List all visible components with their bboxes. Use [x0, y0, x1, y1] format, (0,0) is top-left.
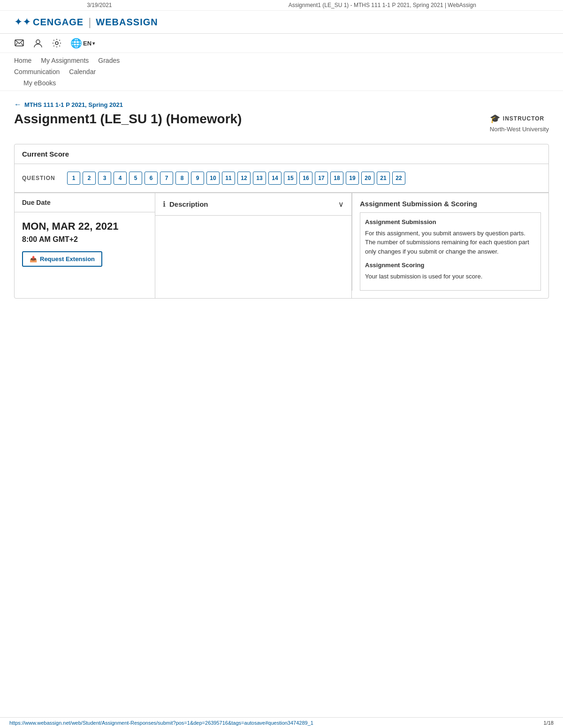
scoring-body: Assignment Submission For this assignmen… [360, 212, 541, 291]
question-number-4[interactable]: 4 [114, 172, 127, 185]
question-number-14[interactable]: 14 [268, 172, 282, 185]
question-number-18[interactable]: 18 [330, 172, 343, 185]
question-number-12[interactable]: 12 [237, 172, 251, 185]
due-date-day: MON, MAR 22, 2021 [22, 220, 147, 233]
request-ext-icon: 📤 [30, 255, 37, 263]
description-section[interactable]: ℹ Description ∨ [155, 193, 351, 216]
main-content: ← MTHS 111 1-1 P 2021, Spring 2021 Assig… [0, 91, 563, 308]
header: ✦✦ CENGAGE | WEBASSIGN [0, 11, 563, 34]
scoring-column: Assignment Submission & Scoring Assignme… [352, 193, 548, 298]
nav-communication[interactable]: Communication [14, 68, 60, 75]
user-icon[interactable] [33, 38, 43, 48]
question-number-2[interactable]: 2 [83, 172, 96, 185]
question-number-13[interactable]: 13 [253, 172, 266, 185]
question-number-19[interactable]: 19 [346, 172, 359, 185]
description-label: Description [169, 200, 338, 208]
submission-text: For this assignment, you submit answers … [365, 229, 536, 256]
request-ext-label: Request Extension [40, 255, 95, 263]
request-extension-button[interactable]: 📤 Request Extension [22, 251, 102, 267]
top-bar: 3/19/2021 Assignment1 (LE_SU 1) - MTHS 1… [0, 0, 563, 11]
instructor-badge: 🎓 INSTRUCTOR [490, 112, 549, 124]
question-number-6[interactable]: 6 [145, 172, 158, 185]
question-row: QUESTION 1234567891011121314151617181920… [15, 164, 548, 193]
due-date-header: Due Date [15, 193, 155, 212]
back-arrow-icon[interactable]: ← [14, 100, 22, 109]
globe-icon: 🌐 [70, 38, 82, 49]
current-score-header: Current Score [15, 144, 548, 164]
logo-divider: | [88, 15, 91, 29]
question-number-21[interactable]: 21 [377, 172, 390, 185]
question-label: QUESTION [22, 175, 60, 181]
question-number-15[interactable]: 15 [284, 172, 297, 185]
scoring-sub-header: Assignment Scoring [365, 261, 536, 270]
right-column: ℹ Description ∨ Assignment Submission & … [155, 193, 548, 298]
breadcrumb-link[interactable]: MTHS 111 1-1 P 2021, Spring 2021 [24, 101, 123, 108]
browser-tab-title: Assignment1 (LE_SU 1) - MTHS 111 1-1 P 2… [289, 2, 476, 8]
messages-icon[interactable] [14, 38, 24, 48]
nav-calendar[interactable]: Calendar [69, 68, 96, 75]
scoring-section: Assignment Submission & Scoring Assignme… [352, 193, 548, 291]
bottom-section: Due Date MON, MAR 22, 2021 8:00 AM GMT+2… [15, 193, 548, 298]
right-header: 🎓 INSTRUCTOR North-West University [490, 112, 549, 133]
date-display: 3/19/2021 [87, 2, 112, 8]
cengage-logo[interactable]: CENGAGE [33, 17, 84, 28]
info-icon: ℹ [163, 200, 166, 209]
university-name: North-West University [490, 126, 549, 133]
due-date-column: Due Date MON, MAR 22, 2021 8:00 AM GMT+2… [15, 193, 155, 298]
instructor-label: INSTRUCTOR [503, 115, 544, 122]
settings-icon[interactable] [52, 38, 62, 48]
question-number-11[interactable]: 11 [222, 172, 235, 185]
submission-sub-header: Assignment Submission [365, 218, 536, 227]
lang-chevron: ▾ [92, 41, 95, 46]
due-date-content: MON, MAR 22, 2021 8:00 AM GMT+2 📤 Reques… [15, 212, 155, 274]
instructor-icon: 🎓 [490, 113, 501, 124]
icon-toolbar: 🌐 EN ▾ [0, 34, 563, 53]
question-number-8[interactable]: 8 [175, 172, 189, 185]
breadcrumb: ← MTHS 111 1-1 P 2021, Spring 2021 [14, 100, 549, 109]
logo-area: ✦✦ CENGAGE | WEBASSIGN [14, 15, 158, 29]
scoring-text: Your last submission is used for your sc… [365, 272, 536, 281]
question-number-22[interactable]: 22 [392, 172, 405, 185]
description-column: ℹ Description ∨ [155, 193, 352, 298]
question-number-20[interactable]: 20 [361, 172, 374, 185]
nav-grades[interactable]: Grades [98, 57, 120, 64]
scoring-header: Assignment Submission & Scoring [352, 193, 548, 212]
question-number-9[interactable]: 9 [191, 172, 204, 185]
nav-my-ebooks[interactable]: My eBooks [23, 79, 56, 87]
question-numbers: 12345678910111213141516171819202122 [67, 172, 405, 185]
logo-star-icon: ✦✦ [14, 16, 31, 28]
nav-my-assignments[interactable]: My Assignments [41, 57, 89, 64]
question-number-1[interactable]: 1 [67, 172, 80, 185]
svg-point-4 [55, 42, 58, 45]
desc-scoring-row: ℹ Description ∨ Assignment Submission & … [155, 193, 548, 298]
title-row: Assignment1 (LE_SU 1) (Homework) 🎓 INSTR… [14, 112, 549, 133]
question-number-17[interactable]: 17 [315, 172, 328, 185]
webassign-logo[interactable]: WEBASSIGN [96, 17, 158, 28]
lang-label: EN [83, 40, 91, 47]
question-number-7[interactable]: 7 [160, 172, 173, 185]
cards-area: Current Score QUESTION 12345678910111213… [14, 144, 549, 299]
nav-home[interactable]: Home [14, 57, 31, 64]
page-title: Assignment1 (LE_SU 1) (Homework) [14, 112, 242, 127]
svg-point-3 [36, 40, 40, 44]
question-number-3[interactable]: 3 [98, 172, 111, 185]
navigation: HomeMy AssignmentsGradesCommunicationCal… [0, 53, 563, 91]
language-selector[interactable]: 🌐 EN ▾ [70, 38, 95, 49]
due-date-time: 8:00 AM GMT+2 [22, 235, 147, 244]
question-number-5[interactable]: 5 [129, 172, 142, 185]
question-number-16[interactable]: 16 [299, 172, 312, 185]
chevron-down-icon: ∨ [338, 200, 344, 209]
question-number-10[interactable]: 10 [206, 172, 220, 185]
